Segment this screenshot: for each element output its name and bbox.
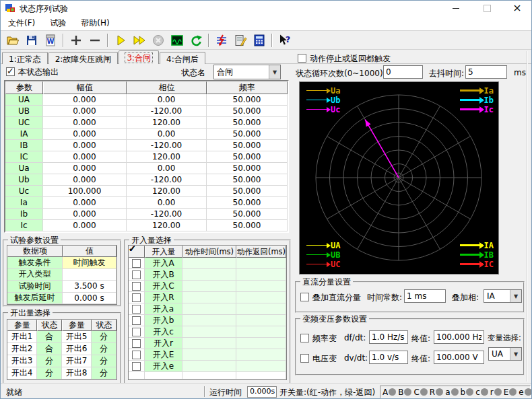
binary-in-checkbox[interactable] <box>132 259 141 268</box>
state-name-label: 状态名 <box>181 67 205 79</box>
run-button[interactable] <box>111 32 130 48</box>
maximize-icon[interactable] <box>471 1 502 15</box>
impulse-button[interactable] <box>212 32 231 48</box>
undo-button[interactable] <box>187 32 205 48</box>
var-select-label: 变量选择: <box>488 333 521 343</box>
phase-parameter-table: 参数 幅值 相位 频率 UA0.0000.0050.000 UB0.000-12… <box>4 80 289 233</box>
state-output-checkbox[interactable] <box>6 67 15 76</box>
dc-superimpose-checkbox[interactable] <box>300 293 309 301</box>
indicator-dot <box>525 388 532 396</box>
loop-count-input[interactable] <box>383 65 423 79</box>
tab-state-3[interactable]: 3:合闸 <box>119 50 159 64</box>
switch-indicator: r <box>490 388 502 397</box>
app-window: 状态序列试验 文件(F) 试验 帮助(H) <box>0 0 532 399</box>
binary-in-checkbox[interactable] <box>132 362 141 371</box>
freq-change-checkbox[interactable] <box>300 334 309 342</box>
runtime-value: 0.000s <box>247 386 277 398</box>
state-output-label: 本状态输出 <box>18 67 59 78</box>
binary-in-checkbox[interactable] <box>132 328 141 336</box>
col-header-frequency[interactable]: 频率 <box>207 81 288 94</box>
volt-end-input[interactable] <box>434 351 484 364</box>
waveform-icon <box>170 34 184 47</box>
legend-voltage-abc-lower: Ua Ub Uc <box>306 86 340 114</box>
chevron-down-icon[interactable] <box>510 290 521 302</box>
table-row: 开入a <box>129 303 286 315</box>
indicator-dot <box>466 388 473 396</box>
chevron-down-icon[interactable] <box>269 65 280 79</box>
minimize-icon[interactable] <box>440 1 471 15</box>
arrow-icon <box>306 264 329 264</box>
table-row: Ib0.000-120.0050.000 <box>5 209 288 220</box>
table-row: Ia0.0000.0050.000 <box>5 197 288 209</box>
binary-in-checkbox[interactable] <box>132 305 141 314</box>
tab-state-2[interactable]: 2:故障失压跳闸 <box>48 52 119 64</box>
indicator-dot <box>481 388 488 396</box>
table-row: Ua0.0000.0050.000 <box>5 163 288 174</box>
close-icon[interactable] <box>502 1 532 15</box>
open-button[interactable] <box>3 32 22 48</box>
arrow-icon <box>460 108 483 110</box>
menu-file[interactable]: 文件(F) <box>1 15 42 31</box>
stop-button[interactable] <box>149 32 168 48</box>
col-header-param[interactable]: 参数 <box>5 81 43 94</box>
export-word-button[interactable]: W <box>41 32 60 48</box>
action-stop-return-checkbox[interactable] <box>298 54 306 63</box>
table-row: 开入类型 <box>7 269 117 281</box>
volt-end-label: 终值: <box>411 353 430 365</box>
arrow-icon <box>460 263 483 265</box>
state-name-select[interactable]: 合闸 <box>213 65 281 79</box>
save-floppy-icon <box>25 34 38 47</box>
tab-state-4[interactable]: 4:合闸后 <box>160 52 205 64</box>
time-constant-input[interactable] <box>404 289 446 303</box>
help-button[interactable]: ? <box>275 32 294 48</box>
debounce-input[interactable] <box>465 65 507 79</box>
volt-change-checkbox[interactable] <box>300 354 309 363</box>
chevron-down-icon[interactable] <box>510 348 521 360</box>
group-title: 变频变压参数设置 <box>300 314 369 325</box>
report-button[interactable] <box>231 32 250 48</box>
add-state-button[interactable] <box>67 32 86 48</box>
arrow-icon <box>306 100 329 100</box>
col-header-amplitude[interactable]: 幅值 <box>43 81 127 94</box>
indicator-dot <box>436 388 443 396</box>
dfdt-input[interactable] <box>369 330 408 344</box>
col-header-phase[interactable]: 相位 <box>127 81 207 94</box>
save-button[interactable] <box>22 32 41 48</box>
table-row: Ic0.000120.0050.000 <box>5 220 288 231</box>
table-row: Uc100.000120.0050.000 <box>5 186 288 197</box>
run-all-button[interactable] <box>130 32 149 48</box>
phasor-diagram: Ua Ub Uc Ia Ib Ic UA UB UC IA IB IC <box>299 81 499 275</box>
calculator-button[interactable] <box>250 32 269 48</box>
waveform-button[interactable] <box>168 32 187 48</box>
menu-test[interactable]: 试验 <box>42 15 73 31</box>
legend-current-abc-lower: Ia Ib Ic <box>460 86 494 114</box>
switch-indicator: B <box>398 388 411 397</box>
remove-state-button[interactable] <box>86 32 104 48</box>
toolbar: W <box>1 30 531 50</box>
arrow-icon <box>460 99 483 101</box>
menu-help[interactable]: 帮助(H) <box>73 15 117 31</box>
binary-in-checkbox[interactable] <box>132 339 141 348</box>
binary-in-checkbox[interactable] <box>132 282 141 291</box>
binary-out-table: 参量 状态 参量 状态 开出1合开出5分 开出2合开出6分 开出3分开出7分 开… <box>7 319 117 380</box>
tab-state-1[interactable]: 1:正常态 <box>2 52 48 64</box>
freq-end-input[interactable] <box>434 330 484 344</box>
var-select-combo[interactable]: UA <box>488 347 522 361</box>
table-row: 开入e <box>129 361 286 372</box>
binary-in-checkbox[interactable] <box>132 293 141 302</box>
svg-text:W: W <box>46 38 54 45</box>
runtime-label: 运行时间 <box>209 387 242 398</box>
binary-in-checkbox[interactable] <box>132 316 141 325</box>
play-icon <box>114 34 127 47</box>
empty-row <box>129 372 286 379</box>
binary-out-group: 开出量选择 参量 状态 参量 状态 开出1合开出5分 开出2合开出6分 开出3分… <box>3 312 121 384</box>
toolbar-separator <box>107 34 108 47</box>
test-params-table: 数据项 值 触发条件时间触发 开入类型 试验时间3.500 s 触发后延时0.0… <box>7 245 117 305</box>
vf-params-group: 变频变压参数设置 频率变 df/dt: 终值: 变量选择: 电压变 dv/dt:… <box>295 318 525 375</box>
binary-in-checkbox[interactable] <box>132 351 141 359</box>
dvdt-input[interactable] <box>369 351 408 364</box>
group-title: 直流分量设置 <box>300 277 353 288</box>
binary-in-checkbox[interactable] <box>132 270 141 279</box>
superimpose-phase-select[interactable]: IA <box>484 289 522 303</box>
dc-component-group: 直流分量设置 叠加直流分量 时间常数: 叠加相: IA <box>295 281 525 313</box>
